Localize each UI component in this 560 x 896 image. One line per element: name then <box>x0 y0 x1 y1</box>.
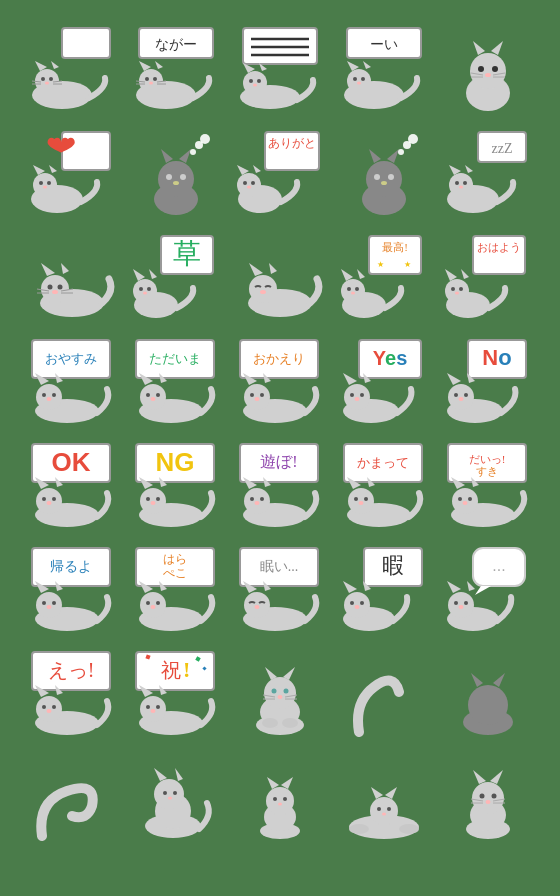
svg-point-99 <box>455 181 459 185</box>
sticker-22[interactable]: NG <box>126 434 226 534</box>
svg-point-344 <box>387 807 391 811</box>
svg-marker-85 <box>369 149 381 163</box>
svg-point-246 <box>47 605 52 609</box>
svg-point-101 <box>459 186 463 189</box>
svg-point-61 <box>39 181 43 185</box>
svg-point-191 <box>459 397 464 401</box>
svg-point-343 <box>377 807 381 811</box>
sticker-16[interactable]: おやすみ <box>22 330 122 430</box>
svg-point-199 <box>52 497 56 501</box>
sticker-28[interactable]: 眠い... <box>230 538 330 638</box>
sticker-20[interactable]: No <box>438 330 538 430</box>
sticker-26[interactable]: 帰るよ <box>22 538 122 638</box>
sticker-11[interactable] <box>22 226 122 326</box>
svg-point-141 <box>445 279 469 303</box>
svg-point-162 <box>146 393 150 397</box>
sticker-4[interactable]: ーい <box>334 18 434 118</box>
svg-point-207 <box>146 497 150 501</box>
sticker-15[interactable]: おはよう <box>438 226 538 326</box>
svg-point-340 <box>370 797 398 825</box>
sticker-17[interactable]: ただいま <box>126 330 226 430</box>
svg-marker-278 <box>447 581 461 593</box>
svg-point-237 <box>463 501 468 505</box>
svg-point-291 <box>47 709 52 713</box>
sticker-25[interactable]: だいっ! すき <box>438 434 538 534</box>
svg-point-84 <box>366 161 402 197</box>
sticker-14[interactable]: 最高! ★ ★ <box>334 226 434 326</box>
sticker-34[interactable] <box>334 642 434 742</box>
sticker-40[interactable] <box>438 746 538 846</box>
sticker-30[interactable]: ... <box>438 538 538 638</box>
sticker-33[interactable] <box>230 642 330 742</box>
svg-text:...: ... <box>492 557 505 574</box>
svg-point-153 <box>42 393 46 397</box>
sticker-6[interactable] <box>22 122 122 222</box>
svg-point-63 <box>43 186 47 189</box>
svg-point-33 <box>249 79 253 83</box>
sticker-23[interactable]: 遊ぼ! <box>230 434 330 534</box>
svg-point-136 <box>355 287 359 291</box>
svg-point-46 <box>470 53 506 89</box>
svg-point-235 <box>458 497 462 501</box>
svg-point-103 <box>41 275 69 303</box>
svg-text:NG: NG <box>156 447 195 477</box>
sticker-19[interactable]: Yes <box>334 330 434 430</box>
svg-point-282 <box>459 605 464 609</box>
svg-text:帰るよ: 帰るよ <box>50 559 92 574</box>
svg-rect-0 <box>62 28 110 58</box>
sticker-7[interactable] <box>126 122 226 222</box>
sticker-27[interactable]: はら ぺこ <box>126 538 226 638</box>
sticker-32[interactable]: 祝 ! <box>126 642 226 742</box>
sticker-10[interactable]: zzZ <box>438 122 538 222</box>
svg-point-132 <box>341 279 365 303</box>
svg-point-81 <box>251 181 255 185</box>
svg-marker-351 <box>473 770 486 784</box>
sticker-24[interactable]: かまって <box>334 434 434 534</box>
svg-point-311 <box>284 689 289 694</box>
svg-marker-60 <box>49 165 57 173</box>
sticker-5[interactable] <box>438 18 538 118</box>
svg-point-163 <box>156 393 160 397</box>
svg-point-330 <box>168 797 172 800</box>
svg-point-320 <box>468 685 508 725</box>
svg-text:ぺこ: ぺこ <box>163 566 187 580</box>
sticker-38[interactable] <box>230 746 330 846</box>
svg-point-217 <box>260 497 264 501</box>
sticker-8[interactable]: ありがと <box>230 122 330 222</box>
svg-point-62 <box>47 181 51 185</box>
svg-point-290 <box>52 705 56 709</box>
svg-point-180 <box>350 393 354 397</box>
svg-point-190 <box>464 393 468 397</box>
sticker-18[interactable]: おかえり <box>230 330 330 430</box>
sticker-13[interactable] <box>230 226 330 326</box>
svg-text:OK: OK <box>52 447 91 477</box>
svg-text:おやすみ: おやすみ <box>45 351 97 366</box>
svg-point-155 <box>47 397 52 401</box>
svg-point-39 <box>347 69 371 93</box>
sticker-2[interactable]: ながー <box>126 18 226 118</box>
sticker-35[interactable] <box>438 642 538 742</box>
svg-point-304 <box>151 709 156 713</box>
sticker-12[interactable]: 草 <box>126 226 226 326</box>
svg-marker-124 <box>249 263 263 276</box>
svg-text:かまって: かまって <box>357 455 409 470</box>
svg-marker-352 <box>490 770 503 784</box>
svg-point-256 <box>151 605 156 609</box>
sticker-37[interactable] <box>126 746 226 846</box>
svg-text:えっ!: えっ! <box>48 659 95 681</box>
sticker-21[interactable]: OK <box>22 434 122 534</box>
sticker-31[interactable]: えっ! <box>22 642 122 742</box>
sticker-grid: ながー <box>14 10 546 854</box>
sticker-39[interactable] <box>334 746 434 846</box>
svg-point-7 <box>45 82 49 85</box>
sticker-3[interactable] <box>230 18 330 118</box>
sticker-29[interactable]: 暇 <box>334 538 434 638</box>
svg-marker-86 <box>387 149 399 163</box>
sticker-36[interactable] <box>22 746 122 846</box>
sticker-1[interactable] <box>22 18 122 118</box>
svg-point-144 <box>451 287 455 291</box>
svg-marker-342 <box>385 787 397 799</box>
svg-point-225 <box>354 497 358 501</box>
sticker-9[interactable] <box>334 122 434 222</box>
svg-text:だいっ!: だいっ! <box>469 453 506 465</box>
